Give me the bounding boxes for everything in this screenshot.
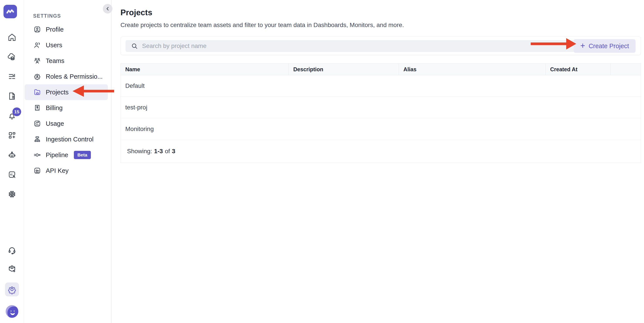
rail-item-queries[interactable] bbox=[7, 72, 17, 81]
showing-label: Showing: bbox=[127, 148, 152, 155]
home-icon bbox=[7, 33, 17, 42]
sidebar-item-usage[interactable]: Usage bbox=[24, 116, 108, 131]
rail-item-alerts[interactable]: 15 bbox=[7, 111, 17, 121]
sidebar-item-api-key[interactable]: API Key bbox=[24, 163, 108, 178]
rail-item-logs[interactable] bbox=[7, 91, 17, 101]
column-header-alias[interactable]: Alias bbox=[399, 64, 545, 75]
settings-heading: SETTINGS bbox=[33, 13, 61, 19]
table-row[interactable]: Monitoring bbox=[121, 118, 641, 140]
sidebar-item-projects[interactable]: Projects bbox=[24, 84, 108, 100]
settings-nav-list: Profile Users Teams Ro bbox=[24, 22, 111, 178]
chevron-left-icon bbox=[104, 6, 111, 12]
billing-receipt-icon bbox=[33, 104, 42, 112]
column-header-actions bbox=[610, 64, 641, 75]
showing-range: 1-3 bbox=[154, 148, 163, 155]
teams-icon bbox=[33, 57, 42, 65]
search-icon bbox=[131, 42, 138, 50]
app-window: 15 bbox=[0, 0, 644, 323]
sidebar-item-teams[interactable]: Teams bbox=[24, 53, 108, 69]
avatar-smiley-icon bbox=[6, 305, 18, 318]
cell-alias bbox=[399, 118, 545, 140]
sidebar-item-label: Roles & Permissio... bbox=[46, 73, 102, 80]
cell-actions bbox=[610, 75, 641, 97]
table-row[interactable]: Default bbox=[121, 75, 641, 97]
search-field[interactable] bbox=[126, 40, 580, 52]
support-headset-icon bbox=[7, 246, 17, 255]
filter-lines-icon bbox=[7, 72, 17, 81]
cell-created-at bbox=[545, 75, 610, 97]
logs-document-icon bbox=[7, 91, 17, 101]
notification-count-badge: 15 bbox=[12, 107, 21, 116]
rail-item-agents[interactable] bbox=[7, 189, 17, 199]
rail-item-ai-assistant[interactable] bbox=[7, 150, 17, 160]
beta-badge: Beta bbox=[74, 151, 91, 159]
settings-gear-icon bbox=[7, 285, 17, 294]
usage-chart-icon bbox=[33, 119, 42, 128]
projects-table: Name Description Alias Created At Defaul… bbox=[120, 63, 641, 163]
sidebar-item-label: Usage bbox=[46, 120, 64, 127]
sidebar-item-label: API Key bbox=[46, 167, 69, 174]
cell-name: test-proj bbox=[121, 97, 288, 118]
page-title: Projects bbox=[120, 8, 152, 17]
cell-name: Monitoring bbox=[121, 118, 288, 140]
plus-icon: + bbox=[580, 42, 585, 50]
cell-name: Default bbox=[121, 75, 288, 97]
sidebar-item-roles-permissions[interactable]: Roles & Permissio... bbox=[24, 69, 108, 84]
sidebar-item-label: Teams bbox=[46, 57, 64, 65]
column-header-created-at[interactable]: Created At bbox=[545, 64, 610, 75]
sidebar-item-label: Profile bbox=[46, 26, 64, 33]
app-logo[interactable] bbox=[4, 5, 17, 18]
sidebar-item-label: Pipeline bbox=[46, 151, 68, 159]
page-description: Create projects to centralize team asset… bbox=[120, 22, 404, 29]
cell-created-at bbox=[545, 118, 610, 140]
projects-folder-icon bbox=[33, 88, 42, 96]
rail-item-infrastructure[interactable] bbox=[7, 52, 17, 62]
column-header-description[interactable]: Description bbox=[288, 64, 399, 75]
sidebar-item-label: Projects bbox=[46, 89, 69, 96]
sidebar-item-users[interactable]: Users bbox=[24, 37, 108, 53]
search-toolbar-card: + Create Project bbox=[120, 36, 641, 55]
cell-description bbox=[288, 75, 399, 97]
sidebar-collapse-button[interactable] bbox=[103, 4, 112, 14]
table-header-row: Name Description Alias Created At bbox=[121, 64, 641, 75]
showing-of: of bbox=[165, 148, 170, 155]
cell-description bbox=[288, 97, 399, 118]
column-header-name[interactable]: Name bbox=[121, 64, 288, 75]
rail-item-support[interactable] bbox=[7, 246, 17, 255]
rail-item-install-integration[interactable] bbox=[7, 264, 17, 274]
ingestion-control-icon bbox=[33, 135, 42, 143]
roles-permissions-icon bbox=[33, 72, 42, 81]
pagination-status: Showing: 1-3 of 3 bbox=[121, 140, 641, 163]
sidebar-item-profile[interactable]: Profile bbox=[24, 22, 108, 37]
pipeline-icon bbox=[33, 151, 42, 159]
sidebar-item-label: Billing bbox=[46, 104, 62, 112]
processor-chip-icon bbox=[7, 189, 17, 199]
install-box-icon bbox=[7, 264, 17, 274]
cell-actions bbox=[610, 118, 641, 140]
cell-created-at bbox=[545, 97, 610, 118]
rail-primary-group: 15 bbox=[0, 33, 24, 199]
rail-bottom-group bbox=[0, 246, 24, 318]
main-content: Projects Create projects to centralize t… bbox=[112, 0, 644, 323]
table-row[interactable]: test-proj bbox=[121, 97, 641, 118]
rail-item-settings[interactable] bbox=[5, 282, 19, 296]
showing-total: 3 bbox=[172, 148, 176, 155]
rail-item-rum[interactable] bbox=[7, 170, 17, 179]
create-project-label: Create Project bbox=[589, 43, 629, 50]
rail-item-home[interactable] bbox=[7, 33, 17, 42]
profile-icon bbox=[33, 25, 42, 34]
cell-alias bbox=[399, 97, 545, 118]
icon-rail: 15 bbox=[0, 0, 24, 323]
sidebar-item-pipeline[interactable]: Pipeline Beta bbox=[24, 147, 108, 163]
sidebar-item-billing[interactable]: Billing bbox=[24, 100, 108, 116]
rail-item-dashboards[interactable] bbox=[7, 131, 17, 140]
search-input[interactable] bbox=[142, 43, 556, 50]
sidebar-item-label: Ingestion Control bbox=[46, 136, 94, 143]
create-project-button[interactable]: + Create Project bbox=[574, 39, 636, 53]
user-avatar[interactable] bbox=[6, 305, 18, 318]
sidebar-item-label: Users bbox=[46, 42, 62, 49]
sidebar-item-ingestion-control[interactable]: Ingestion Control bbox=[24, 131, 108, 147]
users-icon bbox=[33, 41, 42, 49]
cell-actions bbox=[610, 97, 641, 118]
middleware-logo-icon bbox=[5, 7, 15, 17]
